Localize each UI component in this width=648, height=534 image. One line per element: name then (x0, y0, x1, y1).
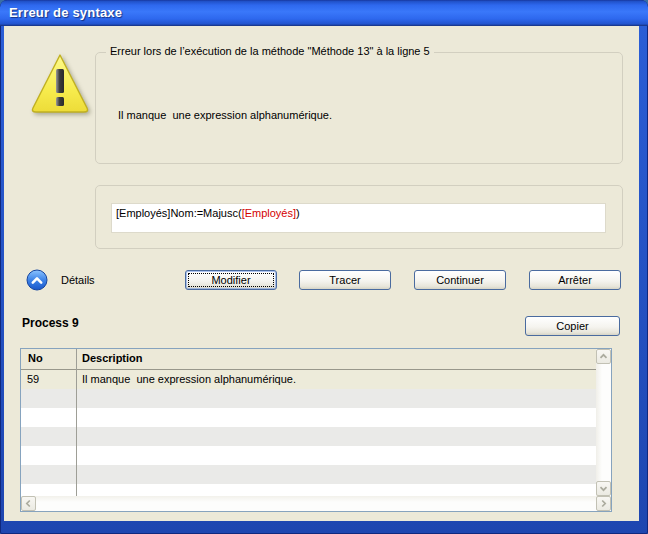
table-row[interactable]: 59 Il manque une expression alphanumériq… (21, 370, 596, 389)
table-row-empty (21, 446, 596, 465)
error-dialog-window: Erreur de syntaxe Erreur lors de (0, 0, 648, 534)
error-message-group: Erreur lors de l’exécution de la méthode… (95, 52, 623, 164)
error-group-label: Erreur lors de l’exécution de la méthode… (106, 45, 434, 57)
horizontal-scrollbar[interactable] (21, 496, 611, 511)
copier-button[interactable]: Copier (525, 316, 620, 336)
error-description-cell: Il manque une expression alphanumérique. (76, 373, 596, 385)
details-toggle[interactable]: Détails (26, 269, 95, 291)
error-message-text: Il manque une expression alphanumérique. (118, 109, 332, 121)
titlebar[interactable]: Erreur de syntaxe (0, 0, 648, 26)
table-header: No Description (21, 349, 596, 370)
code-error-highlight: [Employés] (242, 207, 296, 219)
table-row-empty (21, 389, 596, 408)
warning-icon (30, 52, 90, 118)
chevron-up-icon (599, 353, 608, 360)
column-header-no: No (21, 352, 76, 364)
details-label: Détails (61, 274, 95, 286)
table-row-empty (21, 427, 596, 446)
tracer-button[interactable]: Tracer (299, 270, 391, 290)
scroll-right-button[interactable] (596, 496, 611, 511)
arreter-button[interactable]: Arrêter (529, 270, 621, 290)
continuer-button[interactable]: Continuer (414, 270, 506, 290)
window-title: Erreur de syntaxe (9, 5, 122, 20)
table-row-empty (21, 465, 596, 484)
modifier-button[interactable]: Modifier (185, 270, 277, 290)
column-header-description: Description (76, 352, 596, 364)
code-suffix: ) (296, 207, 300, 219)
code-group: [Employés]Nom:=Majusc([Employés]) (95, 185, 623, 249)
chevron-right-icon (600, 499, 607, 508)
dialog-body: Erreur lors de l’exécution de la méthode… (4, 26, 639, 521)
scroll-left-button[interactable] (21, 496, 36, 511)
error-table: No Description 59 Il manque une expressi… (20, 348, 612, 512)
scroll-down-button[interactable] (596, 481, 611, 496)
code-field[interactable]: [Employés]Nom:=Majusc([Employés]) (111, 203, 606, 233)
chevron-up-circle-icon[interactable] (26, 269, 48, 291)
chevron-down-icon (599, 485, 608, 492)
error-number-cell: 59 (21, 373, 76, 385)
scroll-up-button[interactable] (596, 349, 611, 364)
code-prefix: [Employés]Nom:=Majusc( (116, 207, 242, 219)
column-divider (76, 349, 77, 496)
table-row-empty (21, 408, 596, 427)
process-title: Process 9 (22, 316, 79, 330)
chevron-left-icon (25, 499, 32, 508)
vertical-scrollbar[interactable] (596, 349, 611, 496)
